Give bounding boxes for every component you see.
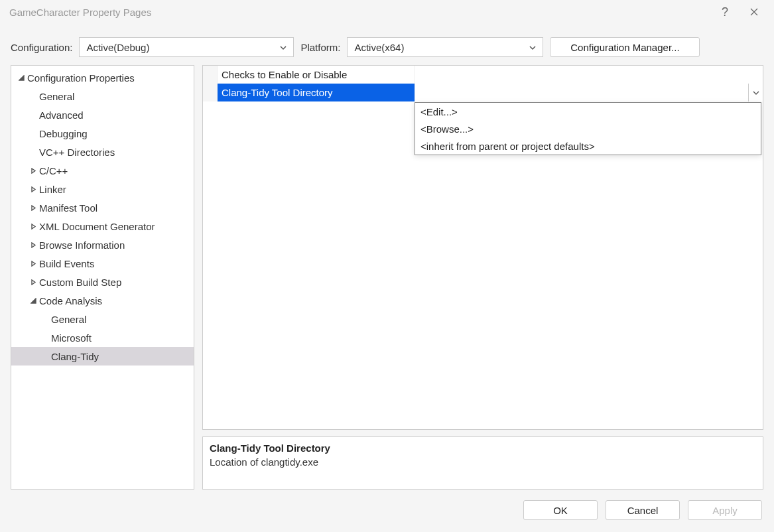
tree-node-label: General — [51, 314, 86, 325]
collapse-icon[interactable] — [29, 296, 38, 305]
tree-node-label: Advanced — [39, 109, 84, 121]
dropdown-button[interactable] — [748, 84, 763, 101]
apply-button[interactable]: Apply — [688, 500, 762, 520]
expand-icon[interactable] — [29, 277, 38, 287]
property-pages-window: GameCharacter Property Pages ? Configura… — [0, 0, 774, 532]
description-title: Clang-Tidy Tool Directory — [210, 442, 756, 454]
property-grid[interactable]: Checks to Enable or DisableClang-Tidy To… — [202, 65, 763, 430]
tree-node[interactable]: C/C++ — [11, 161, 194, 180]
tree-node-label: Debugging — [39, 128, 88, 139]
tree-node[interactable]: XML Document Generator — [11, 217, 194, 235]
configuration-manager-button[interactable]: Configuration Manager... — [550, 37, 700, 57]
row-gutter — [203, 66, 218, 84]
tree-node-label: Linker — [39, 184, 66, 195]
platform-label: Platform: — [300, 42, 340, 53]
expand-icon[interactable] — [29, 222, 38, 231]
tree-node[interactable]: Clang-Tidy — [11, 347, 194, 366]
footer: OK Cancel Apply — [0, 498, 774, 532]
property-row[interactable]: Clang-Tidy Tool Directory — [203, 84, 763, 101]
help-icon[interactable]: ? — [710, 0, 740, 24]
property-name: Clang-Tidy Tool Directory — [218, 84, 415, 101]
tree-node[interactable]: General — [11, 310, 194, 328]
tree-node-label: Custom Build Step — [39, 277, 121, 288]
tree-node[interactable]: Manifest Tool — [11, 198, 194, 217]
platform-value: Active(x64) — [354, 42, 404, 53]
expand-icon[interactable] — [29, 203, 38, 212]
body: Configuration Properties GeneralAdvanced… — [0, 65, 774, 498]
config-row: Configuration: Active(Debug) Platform: A… — [0, 24, 774, 65]
tree-node-label: General — [39, 91, 74, 102]
expand-icon[interactable] — [29, 184, 38, 194]
configuration-value: Active(Debug) — [86, 42, 149, 53]
property-row[interactable]: Checks to Enable or Disable — [203, 66, 763, 84]
tree-node-label: VC++ Directories — [39, 147, 115, 158]
property-value[interactable] — [415, 66, 763, 84]
description-panel: Clang-Tidy Tool Directory Location of cl… — [202, 436, 763, 490]
tree-node[interactable]: Browse Information — [11, 235, 194, 254]
tree-node-label: Microsoft — [51, 332, 92, 344]
configuration-select[interactable]: Active(Debug) — [79, 37, 294, 57]
chevron-down-icon — [529, 42, 536, 53]
property-value[interactable] — [415, 84, 763, 101]
configuration-label: Configuration: — [11, 42, 72, 53]
row-gutter — [203, 84, 218, 101]
tree-node-label: Build Events — [39, 258, 94, 269]
property-name: Checks to Enable or Disable — [218, 66, 415, 84]
collapse-icon[interactable] — [17, 73, 26, 82]
tree-node[interactable]: Build Events — [11, 254, 194, 273]
tree-node[interactable]: Custom Build Step — [11, 273, 194, 291]
tree-node[interactable]: General — [11, 87, 194, 105]
tree-node[interactable]: Microsoft — [11, 328, 194, 347]
tree-node-label: XML Document Generator — [39, 221, 155, 232]
tree-node-label: Browse Information — [39, 239, 125, 251]
tree-node[interactable]: VC++ Directories — [11, 143, 194, 161]
dropdown-item[interactable]: <inherit from parent or project defaults… — [415, 137, 761, 155]
tree-node[interactable]: Advanced — [11, 105, 194, 124]
dropdown-item[interactable]: <Edit...> — [415, 103, 761, 120]
tree-node-label: Clang-Tidy — [51, 351, 99, 362]
tree-node-label: C/C++ — [39, 165, 68, 176]
expand-icon[interactable] — [29, 240, 38, 249]
close-icon[interactable] — [740, 0, 769, 24]
ok-button[interactable]: OK — [523, 500, 598, 520]
value-dropdown[interactable]: <Edit...><Browse...><inherit from parent… — [415, 102, 761, 155]
dropdown-item[interactable]: <Browse...> — [415, 120, 761, 137]
cancel-button[interactable]: Cancel — [606, 500, 680, 520]
tree-node-code-analysis[interactable]: Code Analysis — [11, 291, 194, 310]
titlebar: GameCharacter Property Pages ? — [0, 0, 774, 24]
tree-root[interactable]: Configuration Properties — [11, 68, 194, 87]
tree-node[interactable]: Debugging — [11, 124, 194, 143]
chevron-down-icon — [280, 42, 287, 53]
window-title: GameCharacter Property Pages — [5, 7, 151, 18]
expand-icon[interactable] — [29, 166, 38, 175]
expand-icon[interactable] — [29, 259, 38, 268]
tree-node-label: Manifest Tool — [39, 202, 97, 214]
tree[interactable]: Configuration Properties GeneralAdvanced… — [11, 65, 194, 490]
right-panel: Checks to Enable or DisableClang-Tidy To… — [202, 65, 763, 490]
description-body: Location of clangtidy.exe — [210, 456, 756, 468]
platform-select[interactable]: Active(x64) — [347, 37, 543, 57]
tree-node[interactable]: Linker — [11, 180, 194, 198]
